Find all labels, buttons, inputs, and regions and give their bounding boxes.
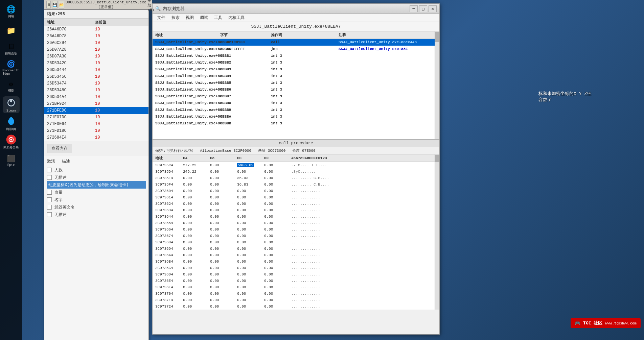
disasm-row[interactable]: SSJJ_BattleClient_Unity.exe+88EBB1 CC in…	[153, 52, 439, 59]
hex-row[interactable]: 3C9736F4 0.00 0.00 0.00 0.00 ...........…	[153, 284, 439, 290]
disasm-row[interactable]: SSJJ_BattleClient_Unity.exe+88EBB2 CC in…	[153, 59, 439, 66]
menu-debug[interactable]: 调试	[197, 14, 211, 21]
desc-checkbox[interactable]	[47, 212, 52, 217]
bottom-right-badge: 🎮 TGC 社区 www.tgcdww.com	[529, 310, 644, 337]
desc-checkbox[interactable]	[47, 190, 52, 195]
close-button[interactable]: ✕	[429, 5, 437, 12]
desc-item: 无描述	[47, 174, 146, 181]
menu-kernel-tools[interactable]: 内核工具	[226, 14, 247, 21]
hex-row[interactable]: 3C9735E4 0.00 0.00 36.03 0.00 ......... …	[153, 175, 439, 181]
disasm-row[interactable]: SSJJ_BattleClient_Unity.exe+88EBB8 CC in…	[153, 100, 439, 106]
taskbar-item-control-panel[interactable]: 🖥 控制面板	[3, 41, 20, 57]
menu-view[interactable]: 视图	[183, 14, 197, 21]
disasm-row[interactable]: SSJJ_BattleClient_Unity.exe+88EBA7 E8 9C…	[153, 39, 439, 46]
toolbar-btn-folder[interactable]: 📂	[59, 1, 64, 8]
addr-header-addr: 地址	[44, 20, 95, 25]
hex-row[interactable]: 3C973624 0.00 0.00 0.00 0.00 ...........…	[153, 200, 439, 207]
disasm-row[interactable]: SSJJ_BattleClient_Unity.exe+88EBB7 CC in…	[153, 93, 439, 100]
taskbar-item-qq[interactable]: 腾讯QQ	[3, 115, 20, 132]
hex-row[interactable]: 3C9736D4 0.00 0.00 0.00 0.00 ...........…	[153, 271, 439, 277]
addr-list-row[interactable]: 271BF924 10	[44, 100, 148, 107]
hex-header-c4: C4	[183, 156, 210, 160]
disasm-row[interactable]: SSJJ_BattleClient_Unity.exe+88EBB4 CC in…	[153, 73, 439, 79]
addr-list-row[interactable]: 26D07A30 10	[44, 53, 148, 60]
disasm-row[interactable]: SSJJ_BattleClient_Unity.exe+88EBBA CC in…	[153, 113, 439, 120]
addr-list-row[interactable]: 26D5345C 10	[44, 73, 148, 80]
hex-row[interactable]: 3C973694 0.00 0.00 0.00 0.00 ...........…	[153, 245, 439, 252]
desc-checkbox[interactable]	[47, 197, 52, 202]
disasm-scrollbar[interactable]	[435, 31, 439, 139]
hex-row[interactable]: 3C9735D4 249.22 0.00 0.00 0.00 .8yC.....…	[153, 168, 439, 175]
hex-row[interactable]: 3C973654 0.00 0.00 0.00 0.00 ...........…	[153, 220, 439, 226]
taskbar-item-neteasemusic[interactable]: 网易云音乐	[3, 133, 20, 150]
desc-checkbox[interactable]	[47, 175, 52, 180]
disasm-row[interactable]: SSJJ_BattleClient_Unity.exe+88EBAC E9 89…	[153, 46, 439, 52]
hex-row[interactable]: 3C973674 0.00 0.00 0.00 0.00 ...........…	[153, 233, 439, 239]
disasm-row[interactable]: SSJJ_BattleClient_Unity.exe+88EBB3 CC in…	[153, 66, 439, 73]
addr-list-row[interactable]: 26D5342C 10	[44, 60, 148, 67]
netease-music-icon	[6, 134, 17, 145]
menu-search[interactable]: 搜索	[169, 14, 182, 21]
scan-button[interactable]: 查看内存	[47, 144, 72, 153]
hex-row[interactable]: 3C9736B4 0.00 0.00 0.00 0.00 ...........…	[153, 258, 439, 265]
toolbar-btn-save[interactable]: 💾	[52, 1, 58, 8]
toolbar-btn-screen[interactable]: 🖥	[46, 1, 51, 8]
hex-row[interactable]: 3C973684 0.00 0.00 0.00 0.00 ...........…	[153, 239, 439, 245]
addr-list-row[interactable]: 26A6C294 10	[44, 40, 148, 46]
disasm-scrollbar-thumb[interactable]	[435, 32, 439, 42]
addr-list-row[interactable]: 271FD18C 10	[44, 127, 148, 134]
hex-scrollbar[interactable]	[435, 154, 439, 310]
menu-tools[interactable]: 工具	[211, 14, 225, 21]
hex-row[interactable]: 3C9735F4 0.00 0.00 36.83 0.00 ......... …	[153, 181, 439, 188]
tgc-url: www.tgcdww.com	[605, 321, 637, 325]
addr-list-row[interactable]: 26D07A28 10	[44, 46, 148, 53]
addr-list-row[interactable]: 271BFEDC 10	[44, 107, 148, 114]
hex-row[interactable]: 3C973664 0.00 0.00 0.00 0.00 ...........…	[153, 226, 439, 233]
desc-item-label: 动态坐标X(因为是动态的，绘制出来会很卡)	[48, 182, 129, 188]
left-panel: 结果:295 地址 当前值 26A46D70 10 26A46D78 10 26…	[44, 9, 149, 340]
addr-list-row[interactable]: 26D53474 10	[44, 80, 148, 87]
ce-help[interactable]: 帮助(H)	[147, 0, 154, 12]
hex-row[interactable]: 3C973614 0.00 0.00 0.00 0.00 ...........…	[153, 194, 439, 200]
addr-list-row[interactable]: 271E07DC 10	[44, 114, 148, 121]
disasm-row[interactable]: SSJJ_BattleClient_Unity.exe+88EBB5 CC in…	[153, 79, 439, 86]
taskbar-item-epic[interactable]: ⬛ Epic	[3, 152, 20, 169]
hex-row[interactable]: 3C9736A4 0.00 0.00 0.00 0.00 ...........…	[153, 252, 439, 258]
disasm-row[interactable]: SSJJ_BattleClient_Unity.exe+88EBB9 CC in…	[153, 106, 439, 113]
hex-row[interactable]: 3C9736C4 0.00 0.00 0.00 0.00 ...........…	[153, 265, 439, 271]
addr-list-row[interactable]: 272684E4 10	[44, 134, 148, 141]
hex-row[interactable]: 3C973604 0.00 0.00 0.00 0.00 ...........…	[153, 188, 439, 194]
desc-item: 武器英文名	[47, 203, 146, 211]
desc-checkbox[interactable]	[47, 205, 52, 210]
taskbar-item-file[interactable]: 📁	[3, 22, 20, 39]
hex-row[interactable]: 3C973724 0.00 0.00 0.00 0.00 ...........…	[153, 303, 439, 310]
addr-list-row[interactable]: 26A46D70 10	[44, 26, 148, 33]
taskbar-item-network[interactable]: 🌐 网络	[3, 3, 20, 20]
hex-row[interactable]: 3C9736E4 0.00 0.00 0.00 0.00 ...........…	[153, 277, 439, 284]
taskbar-item-obs[interactable]: ⚙ OBS	[3, 78, 20, 95]
addr-list-row[interactable]: 26A46D78 10	[44, 33, 148, 40]
scan-area: 查看内存	[44, 141, 148, 156]
maximize-button[interactable]: □	[419, 5, 427, 12]
minimize-button[interactable]: ─	[410, 5, 418, 12]
menu-file[interactable]: 文件	[155, 14, 168, 21]
hex-row[interactable]: 3C973644 0.00 0.00 0.00 0.00 ...........…	[153, 213, 439, 220]
desc-checkbox[interactable]	[47, 168, 52, 172]
hex-row[interactable]: 3C973634 0.00 0.00 0.00 0.00 ...........…	[153, 207, 439, 213]
hex-row[interactable]: 3C9735C4 277.23 0.00 5906.62 0.00 .- C..…	[153, 162, 439, 168]
addr-list-row[interactable]: 271E0064 10	[44, 121, 148, 127]
hex-row[interactable]: 3C973714 0.00 0.00 0.00 0.00 ...........…	[153, 297, 439, 303]
mem-length: 长度=97E000	[292, 148, 315, 153]
hex-scrollbar-thumb[interactable]	[435, 155, 439, 162]
addr-list-row[interactable]: 26D534A4 10	[44, 94, 148, 100]
addr-list-row[interactable]: 26D5348C 10	[44, 87, 148, 94]
hex-header-c8: C8	[210, 156, 237, 160]
mem-info-bar: 保护：可执行行/读/写 AllocationBase=3C2F0000 基址=3…	[153, 147, 439, 154]
disasm-row[interactable]: SSJJ_BattleClient_Unity.exe+88EBB6 CC in…	[153, 86, 439, 93]
taskbar-item-steam[interactable]: Steam	[3, 96, 20, 113]
hex-row[interactable]: 3C973704 0.00 0.00 0.00 0.00 ...........…	[153, 290, 439, 297]
desc-header-desc: 描述	[62, 159, 70, 164]
taskbar-item-edge[interactable]: 🌀 Microsoft Edge	[3, 59, 20, 76]
disasm-row[interactable]: SSJJ_BattleClient_Unity.exe+88EBBB CC in…	[153, 120, 439, 127]
addr-list-row[interactable]: 26D53444 10	[44, 67, 148, 73]
